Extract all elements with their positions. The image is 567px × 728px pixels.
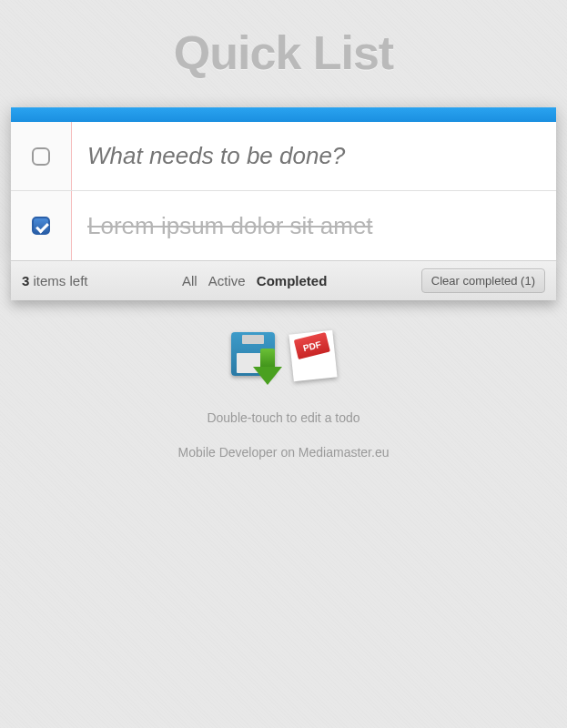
filter-active[interactable]: Active	[208, 273, 246, 288]
footer-bar: 3 items left All Active Completed Clear …	[11, 260, 556, 300]
items-left: 3 items left	[22, 273, 88, 288]
export-icons-row: PDF	[0, 332, 567, 381]
checkbox-checked-icon	[32, 217, 50, 235]
filter-all[interactable]: All	[182, 273, 197, 288]
todo-card: Lorem ipsum dolor sit amet	[11, 107, 556, 260]
checkbox-outline-icon	[32, 147, 50, 166]
filters: All Active Completed	[88, 273, 421, 288]
new-todo-input[interactable]	[71, 142, 556, 170]
edit-tip: Double-touch to edit a todo	[0, 410, 567, 425]
app-title: Quick List	[0, 25, 567, 80]
toggle-all[interactable]	[11, 147, 71, 166]
header-bar	[11, 107, 556, 122]
todo-text: Lorem ipsum dolor sit amet	[71, 212, 556, 240]
pdf-export-icon[interactable]: PDF	[291, 332, 337, 381]
filter-completed[interactable]: Completed	[257, 273, 328, 288]
new-todo-row	[11, 122, 556, 191]
items-count: 3	[22, 273, 29, 288]
todo-item[interactable]: Lorem ipsum dolor sit amet	[11, 191, 556, 260]
items-label: items left	[34, 273, 88, 288]
todo-checkbox[interactable]	[11, 217, 71, 235]
save-download-icon[interactable]	[231, 332, 280, 381]
credits-text: Mobile Developer on Mediamaster.eu	[0, 445, 567, 460]
pdf-badge: PDF	[293, 332, 329, 359]
clear-completed-button[interactable]: Clear completed (1)	[421, 268, 545, 293]
